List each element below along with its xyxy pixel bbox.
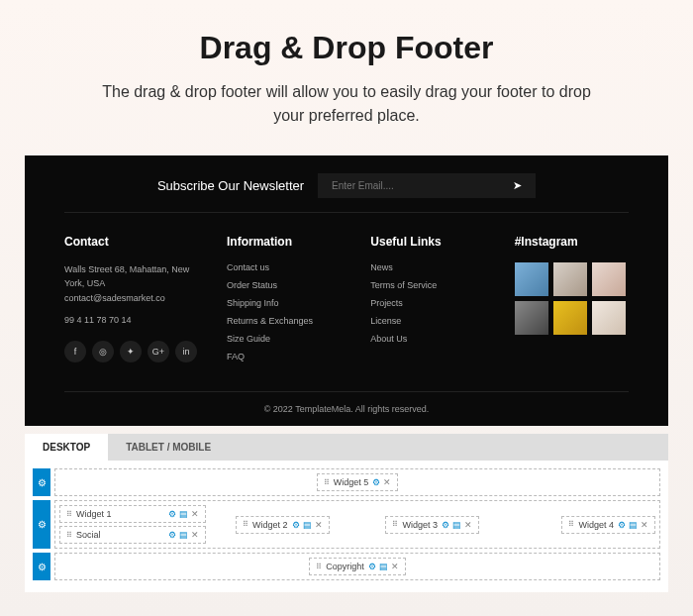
widget-label: Social bbox=[76, 530, 101, 540]
builder-row[interactable]: ⠿ Copyright ⚙▤✕ bbox=[54, 553, 660, 580]
widget-label: Widget 1 bbox=[76, 509, 112, 519]
drag-handle-icon[interactable]: ⠿ bbox=[392, 520, 398, 529]
useful-heading: Useful Links bbox=[370, 235, 484, 249]
gear-icon[interactable]: ⚙ bbox=[368, 562, 376, 571]
footer-builder: DESKTOP TABLET / MOBILE ⚙ ⠿ Widget 5 ⚙✕ … bbox=[25, 434, 668, 592]
newsletter-bar: Subscribe Our Newsletter ➤ bbox=[64, 173, 629, 213]
drag-handle-icon[interactable]: ⠿ bbox=[568, 520, 574, 529]
duplicate-icon[interactable]: ▤ bbox=[179, 530, 188, 540]
duplicate-icon[interactable]: ▤ bbox=[629, 520, 638, 530]
instagram-thumb[interactable] bbox=[553, 262, 587, 296]
close-icon[interactable]: ✕ bbox=[464, 520, 472, 530]
gear-icon[interactable]: ⚙ bbox=[292, 520, 300, 530]
newsletter-label: Subscribe Our Newsletter bbox=[157, 178, 304, 193]
drag-handle-icon[interactable]: ⠿ bbox=[243, 520, 248, 529]
tab-tablet-mobile[interactable]: TABLET / MOBILE bbox=[108, 434, 229, 461]
drag-handle-icon[interactable]: ⠿ bbox=[324, 478, 330, 487]
row-settings-button[interactable]: ⚙ bbox=[33, 468, 50, 496]
row-settings-button[interactable]: ⚙ bbox=[33, 553, 50, 580]
instagram-thumb[interactable] bbox=[515, 301, 548, 335]
useful-link[interactable]: License bbox=[370, 316, 484, 326]
drag-handle-icon[interactable]: ⠿ bbox=[316, 563, 322, 571]
widget-label: Widget 3 bbox=[402, 520, 438, 530]
duplicate-icon[interactable]: ▤ bbox=[179, 509, 188, 519]
info-link[interactable]: Returns & Exchanges bbox=[227, 316, 341, 326]
close-icon[interactable]: ✕ bbox=[191, 530, 199, 540]
widget-block[interactable]: ⠿ Social ⚙▤✕ bbox=[59, 526, 206, 544]
widget-label: Copyright bbox=[326, 562, 364, 571]
footer-col-instagram: #Instagram bbox=[515, 235, 629, 369]
information-heading: Information bbox=[227, 235, 341, 249]
duplicate-icon[interactable]: ▤ bbox=[379, 562, 388, 571]
newsletter-form: ➤ bbox=[318, 173, 536, 198]
widget-block[interactable]: ⠿ Widget 2 ⚙▤✕ bbox=[236, 516, 330, 534]
footer-copyright: © 2022 TemplateMela. All rights reserved… bbox=[64, 391, 629, 426]
instagram-thumb[interactable] bbox=[515, 262, 548, 296]
info-link[interactable]: Order Status bbox=[227, 280, 341, 290]
useful-link[interactable]: About Us bbox=[370, 334, 484, 344]
gear-icon[interactable]: ⚙ bbox=[442, 520, 449, 530]
page-title: Drag & Drop Footer bbox=[25, 30, 668, 66]
page-subtitle: The drag & drop footer will allow you to… bbox=[99, 80, 594, 128]
newsletter-email-input[interactable] bbox=[332, 180, 513, 191]
builder-row[interactable]: ⠿ Widget 5 ⚙✕ bbox=[54, 468, 660, 496]
instagram-thumb[interactable] bbox=[592, 262, 626, 296]
drag-handle-icon[interactable]: ⠿ bbox=[66, 531, 72, 540]
instagram-icon[interactable]: ◎ bbox=[92, 341, 114, 362]
info-link[interactable]: Size Guide bbox=[227, 334, 341, 344]
instagram-heading: #Instagram bbox=[515, 235, 629, 249]
duplicate-icon[interactable]: ▤ bbox=[452, 520, 461, 530]
footer-col-useful: Useful Links News Terms of Service Proje… bbox=[370, 235, 484, 369]
widget-block[interactable]: ⠿ Widget 3 ⚙▤✕ bbox=[385, 516, 479, 534]
row-settings-button[interactable]: ⚙ bbox=[33, 500, 50, 549]
widget-label: Widget 4 bbox=[578, 520, 614, 530]
widget-block[interactable]: ⠿ Widget 1 ⚙▤✕ bbox=[59, 505, 206, 523]
duplicate-icon[interactable]: ▤ bbox=[303, 520, 312, 530]
widget-label: Widget 5 bbox=[334, 477, 369, 487]
gear-icon[interactable]: ⚙ bbox=[168, 530, 176, 540]
widget-block[interactable]: ⠿ Widget 4 ⚙▤✕ bbox=[561, 516, 655, 534]
widget-block[interactable]: ⠿ Copyright ⚙▤✕ bbox=[309, 558, 406, 575]
instagram-thumb[interactable] bbox=[592, 301, 626, 335]
info-link[interactable]: Shipping Info bbox=[227, 298, 341, 308]
googleplus-icon[interactable]: G+ bbox=[148, 341, 169, 362]
contact-phone: 99 4 11 78 70 14 bbox=[64, 315, 197, 325]
widget-label: Widget 2 bbox=[252, 520, 288, 530]
contact-address: Walls Street 68, Mahattan, New York, USA bbox=[64, 262, 197, 291]
footer-col-information: Information Contact us Order Status Ship… bbox=[227, 235, 341, 369]
close-icon[interactable]: ✕ bbox=[391, 562, 399, 571]
useful-link[interactable]: Terms of Service bbox=[370, 280, 484, 290]
gear-icon[interactable]: ⚙ bbox=[372, 477, 380, 487]
close-icon[interactable]: ✕ bbox=[641, 520, 648, 530]
builder-tabs: DESKTOP TABLET / MOBILE bbox=[25, 434, 668, 461]
info-link[interactable]: FAQ bbox=[227, 352, 341, 361]
instagram-thumb[interactable] bbox=[553, 301, 587, 335]
twitter-icon[interactable]: ✦ bbox=[120, 341, 142, 362]
drag-handle-icon[interactable]: ⠿ bbox=[66, 510, 72, 519]
tab-desktop[interactable]: DESKTOP bbox=[25, 434, 108, 461]
widget-block[interactable]: ⠿ Widget 5 ⚙✕ bbox=[317, 473, 399, 491]
close-icon[interactable]: ✕ bbox=[191, 509, 199, 519]
footer-col-contact: Contact Walls Street 68, Mahattan, New Y… bbox=[64, 235, 197, 369]
facebook-icon[interactable]: f bbox=[64, 341, 86, 362]
close-icon[interactable]: ✕ bbox=[383, 477, 391, 487]
linkedin-icon[interactable]: in bbox=[175, 341, 197, 362]
gear-icon[interactable]: ⚙ bbox=[618, 520, 626, 530]
info-link[interactable]: Contact us bbox=[227, 262, 341, 272]
useful-link[interactable]: News bbox=[370, 262, 484, 272]
close-icon[interactable]: ✕ bbox=[315, 520, 323, 530]
contact-email: contact@sadesmarket.co bbox=[64, 291, 197, 305]
useful-link[interactable]: Projects bbox=[370, 298, 484, 308]
gear-icon[interactable]: ⚙ bbox=[168, 509, 176, 519]
builder-row[interactable]: ⠿ Widget 1 ⚙▤✕ ⠿ Social ⚙▤✕ ⠿ bbox=[54, 500, 660, 549]
send-icon[interactable]: ➤ bbox=[513, 179, 522, 192]
footer-preview: Subscribe Our Newsletter ➤ Contact Walls… bbox=[25, 155, 668, 426]
contact-heading: Contact bbox=[64, 235, 197, 249]
